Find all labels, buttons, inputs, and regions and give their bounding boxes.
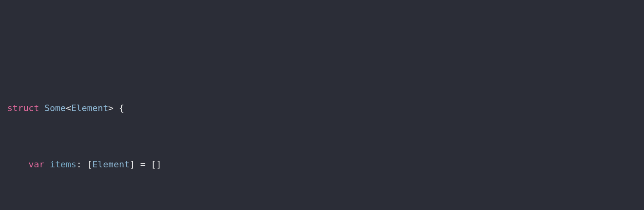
- code-editor[interactable]: struct Some<Element> { var items: [Eleme…: [0, 56, 644, 210]
- code-line[interactable]: struct Some<Element> {: [0, 101, 644, 115]
- code-line[interactable]: var items: [Element] = []: [0, 157, 644, 171]
- code-text: var items: [Element] = []: [0, 157, 161, 171]
- code-text: struct Some<Element> {: [0, 101, 124, 115]
